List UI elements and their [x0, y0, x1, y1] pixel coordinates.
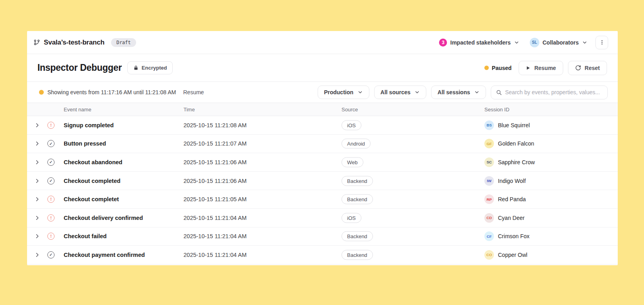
session-cell: IW Indigo Wolf — [484, 176, 526, 186]
source-badge: Web — [342, 157, 363, 167]
expand-chevron-icon[interactable] — [34, 122, 40, 128]
lock-icon — [133, 65, 139, 70]
filter-controls: Production All sources All sessions — [318, 85, 608, 99]
expand-chevron-icon[interactable] — [34, 159, 40, 165]
event-name: Checkout abandoned — [64, 159, 122, 165]
toolbar: Inspector Debugger Encrypted Paused Resu… — [27, 54, 618, 82]
session-cell: RP Red Panda — [484, 194, 526, 204]
table-row[interactable]: ! Checkout failed 2025-10-15 11:21:04 AM… — [27, 227, 618, 246]
session-avatar-initials: SC — [486, 160, 492, 164]
source-badge: Backend — [342, 231, 373, 241]
source-cell: Android — [342, 139, 371, 149]
session-avatar-initials: RP — [486, 197, 492, 202]
table-row[interactable]: ! Checkout delivery confirmed 2025-10-15… — [27, 209, 618, 227]
expand-chevron-icon[interactable] — [34, 233, 40, 239]
session-avatar-initials: IW — [487, 179, 492, 183]
reset-rotate-icon — [575, 65, 581, 71]
chevron-down-icon — [474, 89, 480, 95]
source-cell: Backend — [342, 231, 373, 241]
paused-status: Paused — [484, 65, 512, 71]
error-status-icon: ! — [47, 122, 55, 129]
table-row[interactable]: ✓ Checkout completed 2025-10-15 11:21:06… — [27, 172, 618, 190]
success-status-icon: ✓ — [47, 159, 55, 166]
expand-chevron-icon[interactable] — [34, 141, 40, 147]
table-row[interactable]: ✓ Checkout payment confirmed 2025-10-15 … — [27, 246, 618, 264]
event-time: 2025-10-15 11:21:04 AM — [183, 233, 247, 239]
source-cell: Web — [342, 157, 363, 167]
source-badge: Backend — [342, 194, 373, 204]
event-name: Checkout failed — [64, 233, 107, 239]
session-avatar: RP — [484, 194, 494, 204]
stream-status: Showing events from 11:17:16 AM until 11… — [39, 89, 204, 95]
event-time: 2025-10-15 11:21:07 AM — [183, 140, 247, 147]
environment-dropdown[interactable]: Production — [318, 85, 369, 99]
session-cell: CO Copper Owl — [484, 250, 527, 260]
stream-status-text: Showing events from 11:17:16 AM until 11… — [47, 89, 176, 95]
impacted-stakeholders-dropdown[interactable]: 3 Impacted stakeholders — [439, 39, 519, 47]
source-cell: Backend — [342, 194, 373, 204]
expand-chevron-icon[interactable] — [34, 252, 40, 258]
reset-button[interactable]: Reset — [568, 61, 607, 75]
session-avatar-initials: CF — [487, 234, 492, 239]
session-avatar-initials: CO — [486, 253, 492, 257]
reset-button-label: Reset — [585, 65, 600, 71]
collaborators-label: Collaborators — [543, 39, 579, 46]
session-name: Copper Owl — [498, 252, 527, 258]
resume-button[interactable]: Resume — [519, 61, 563, 75]
encrypted-button[interactable]: Encrypted — [127, 61, 173, 74]
column-header-event-name: Event name — [64, 107, 91, 113]
event-name: Signup completed — [64, 122, 114, 128]
app-header: Svala’s-test-branch Draft 3 Impacted sta… — [27, 31, 618, 54]
session-cell: CF Crimson Fox — [484, 231, 529, 241]
stakeholders-label: Impacted stakeholders — [450, 39, 511, 46]
session-cell: GF Golden Falcon — [484, 139, 534, 148]
inspector-card: Svala’s-test-branch Draft 3 Impacted sta… — [27, 31, 618, 265]
chevron-down-icon — [514, 40, 519, 45]
collaborator-avatar: SL — [530, 38, 539, 47]
source-cell: Backend — [342, 250, 373, 260]
search-input[interactable] — [505, 89, 603, 95]
session-avatar-initials: GF — [486, 142, 492, 146]
event-time: 2025-10-15 11:21:06 AM — [183, 178, 247, 184]
resume-stream-link[interactable]: Resume — [183, 89, 204, 95]
event-time: 2025-10-15 11:21:04 AM — [183, 215, 247, 221]
stream-status-dot-icon — [39, 90, 44, 95]
session-name: Red Panda — [498, 196, 526, 202]
play-icon — [526, 66, 531, 70]
sources-dropdown[interactable]: All sources — [374, 85, 426, 99]
column-header-session-id: Session ID — [484, 107, 509, 113]
toolbar-right: Paused Resume Reset — [484, 61, 607, 75]
source-badge: Backend — [342, 250, 373, 260]
draft-status-badge: Draft — [111, 38, 136, 47]
column-header-time: Time — [183, 107, 195, 113]
table-row[interactable]: ! Checkout completet 2025-10-15 11:21:05… — [27, 190, 618, 209]
session-name: Indigo Wolf — [498, 178, 526, 184]
session-avatar: BS — [484, 120, 494, 130]
error-status-icon: ! — [47, 196, 55, 203]
event-time: 2025-10-15 11:21:05 AM — [183, 196, 247, 202]
source-cell: iOS — [342, 120, 361, 130]
more-options-button[interactable] — [595, 36, 608, 49]
branch-group: Svala’s-test-branch Draft — [33, 38, 136, 47]
expand-chevron-icon[interactable] — [34, 178, 40, 184]
table-row[interactable]: ✓ Button pressed 2025-10-15 11:21:07 AM … — [27, 135, 618, 153]
error-status-icon: ! — [47, 233, 55, 240]
event-name: Checkout completed — [64, 178, 121, 184]
error-status-icon: ! — [47, 214, 55, 221]
collaborators-dropdown[interactable]: SL Collaborators — [530, 38, 587, 47]
success-status-icon: ✓ — [47, 140, 55, 147]
search-box — [491, 85, 608, 99]
table-row[interactable]: ! Signup completed 2025-10-15 11:21:08 A… — [27, 116, 618, 135]
source-badge: iOS — [342, 120, 361, 130]
sources-dropdown-value: All sources — [381, 89, 410, 95]
table-row[interactable]: ✓ Checkout abandoned 2025-10-15 11:21:06… — [27, 153, 618, 172]
branch-name: Svala’s-test-branch — [44, 39, 104, 47]
session-name: Blue Squirrel — [498, 122, 530, 128]
event-time: 2025-10-15 11:21:06 AM — [183, 159, 247, 165]
sessions-dropdown[interactable]: All sessions — [431, 85, 486, 99]
session-avatar: CF — [484, 231, 494, 241]
expand-chevron-icon[interactable] — [34, 196, 40, 202]
event-time: 2025-10-15 11:21:08 AM — [183, 122, 247, 128]
event-name: Checkout delivery confirmed — [64, 215, 143, 221]
expand-chevron-icon[interactable] — [34, 215, 40, 221]
